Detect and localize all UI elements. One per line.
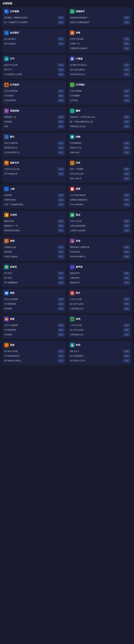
- skill-text: 找到张三给我发的邮件: [70, 21, 123, 24]
- skill-text: 退出会议模式: [4, 42, 57, 45]
- try-button[interactable]: 试试: [58, 298, 64, 301]
- try-button[interactable]: 试试: [123, 255, 130, 258]
- try-button[interactable]: 试试: [58, 324, 64, 327]
- try-button[interactable]: 试试: [123, 21, 130, 24]
- try-button[interactable]: 试试: [58, 359, 64, 362]
- try-button[interactable]: 试试: [123, 99, 130, 102]
- try-button[interactable]: 试试: [58, 194, 64, 197]
- category-header-translate: 🌐翻译: [70, 109, 130, 113]
- try-button[interactable]: 试试: [58, 16, 64, 20]
- try-button[interactable]: 试试: [123, 120, 130, 124]
- try-button[interactable]: 试试: [58, 229, 64, 232]
- try-button[interactable]: 试试: [58, 94, 64, 98]
- skill-text: 刘德华的身高: [4, 198, 57, 201]
- try-button[interactable]: 试试: [123, 142, 130, 145]
- try-button[interactable]: 试试: [58, 220, 64, 223]
- try-button[interactable]: 试试: [123, 151, 130, 154]
- try-button[interactable]: 试试: [58, 151, 64, 154]
- try-button[interactable]: 试试: [58, 73, 64, 76]
- try-button[interactable]: 试试: [58, 281, 64, 284]
- try-button[interactable]: 试试: [123, 73, 130, 76]
- try-button[interactable]: 试试: [58, 68, 64, 72]
- try-button[interactable]: 试试: [58, 250, 64, 254]
- skill-item: 科技新闻试试: [4, 332, 64, 337]
- category-icon-file-search: 🔍: [4, 9, 9, 14]
- skill-item: 历史上的今天试试: [70, 176, 130, 181]
- category-header-zodiac: ♈星座: [4, 343, 64, 348]
- try-button[interactable]: 试试: [58, 37, 64, 41]
- try-button[interactable]: 试试: [58, 21, 64, 24]
- try-button[interactable]: 试试: [58, 90, 64, 93]
- skill-text: 打开空气净化器: [70, 38, 123, 40]
- try-button[interactable]: 试试: [58, 172, 64, 176]
- try-button[interactable]: 试试: [123, 359, 130, 362]
- try-button[interactable]: 试试: [123, 220, 130, 223]
- try-button[interactable]: 试试: [58, 302, 64, 306]
- try-button[interactable]: 试试: [123, 276, 130, 280]
- try-button[interactable]: 试试: [58, 224, 64, 228]
- try-button[interactable]: 试试: [58, 203, 64, 206]
- try-button[interactable]: 试试: [58, 333, 64, 336]
- try-button[interactable]: 试试: [123, 272, 130, 275]
- try-button[interactable]: 试试: [123, 350, 130, 353]
- try-button[interactable]: 试试: [123, 198, 130, 202]
- try-button[interactable]: 试试: [123, 354, 130, 358]
- try-button[interactable]: 试试: [123, 47, 130, 50]
- try-button[interactable]: 试试: [123, 194, 130, 197]
- try-button[interactable]: 试试: [123, 94, 130, 98]
- skill-text: 北京大学怎么样: [70, 172, 123, 175]
- skill-item: 人为什么打嗝试试: [70, 297, 130, 302]
- try-button[interactable]: 试试: [123, 302, 130, 306]
- try-button[interactable]: 试试: [58, 120, 64, 124]
- try-button[interactable]: 试试: [123, 116, 130, 119]
- try-button[interactable]: 试试: [58, 142, 64, 145]
- skill-item: 讲个笑话试试: [4, 271, 64, 276]
- try-button[interactable]: 试试: [123, 68, 130, 72]
- try-button[interactable]: 试试: [123, 333, 130, 336]
- try-button[interactable]: 试试: [123, 298, 130, 301]
- try-button[interactable]: 试试: [123, 63, 130, 67]
- try-button[interactable]: 试试: [123, 246, 130, 249]
- try-button[interactable]: 试试: [123, 16, 130, 20]
- try-button[interactable]: 试试: [58, 307, 64, 310]
- try-button[interactable]: 试试: [123, 172, 130, 176]
- skill-text: 招商银行的股息情况: [70, 198, 123, 201]
- try-button[interactable]: 试试: [123, 328, 130, 332]
- skill-item: 找一下电脑里大于1G的图片试试: [4, 20, 64, 25]
- try-button[interactable]: 试试: [123, 203, 130, 206]
- try-button[interactable]: 试试: [58, 42, 64, 46]
- try-button[interactable]: 试试: [123, 125, 130, 128]
- try-button[interactable]: 试试: [58, 125, 64, 128]
- category-card-email-assistant: ✉邮箱助手找到我未收到的邮件试试找到张三给我发的邮件试试: [68, 7, 132, 27]
- try-button[interactable]: 试试: [58, 198, 64, 202]
- try-button[interactable]: 试试: [123, 250, 130, 254]
- try-button[interactable]: 试试: [58, 63, 64, 67]
- try-button[interactable]: 试试: [123, 307, 130, 310]
- try-button[interactable]: 试试: [58, 276, 64, 280]
- try-button[interactable]: 试试: [123, 324, 130, 327]
- try-button[interactable]: 试试: [123, 146, 130, 150]
- try-button[interactable]: 试试: [123, 37, 130, 41]
- category-header-travel: 🚗跟行: [4, 135, 64, 139]
- category-title-open-url: 打开网址: [76, 84, 85, 86]
- try-button[interactable]: 试试: [123, 224, 130, 228]
- try-button[interactable]: 试试: [123, 90, 130, 93]
- try-button[interactable]: 试试: [58, 272, 64, 275]
- try-button[interactable]: 试试: [123, 281, 130, 284]
- category-title-calculator: 计算器: [76, 58, 83, 60]
- try-button[interactable]: 试试: [58, 354, 64, 358]
- try-button[interactable]: 试试: [123, 177, 130, 180]
- try-button[interactable]: 试试: [58, 168, 64, 171]
- try-button[interactable]: 试试: [123, 42, 130, 46]
- try-button[interactable]: 试试: [123, 168, 130, 171]
- try-button[interactable]: 试试: [58, 116, 64, 119]
- try-button[interactable]: 试试: [58, 328, 64, 332]
- try-button[interactable]: 试试: [123, 229, 130, 232]
- try-button[interactable]: 试试: [58, 246, 64, 249]
- skill-text: 腾蛇的啥什么属性昨密: [70, 246, 123, 248]
- try-button[interactable]: 试试: [58, 146, 64, 150]
- try-button[interactable]: 试试: [58, 350, 64, 353]
- try-button[interactable]: 试试: [58, 255, 64, 258]
- try-button[interactable]: 试试: [58, 99, 64, 102]
- skill-item: 刘德华的身高试试: [4, 198, 64, 202]
